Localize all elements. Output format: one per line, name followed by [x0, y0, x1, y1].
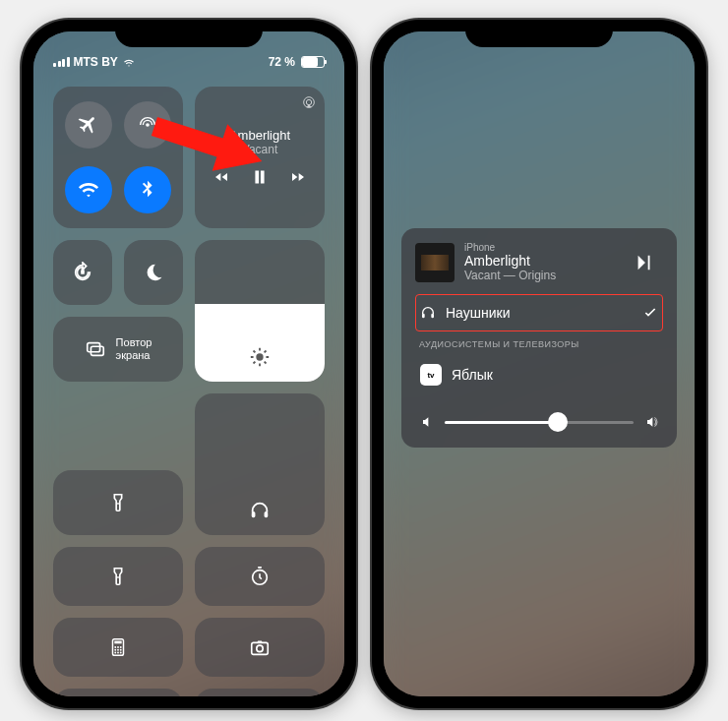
svg-point-14	[114, 646, 116, 648]
flashlight-icon	[107, 492, 129, 513]
output-device-label: Наушники	[446, 305, 510, 321]
volume-slider[interactable]	[445, 421, 634, 424]
volume-high-icon	[643, 414, 659, 430]
now-playing-row[interactable]: iPhone Amberlight Vacant — Origins	[415, 242, 663, 282]
volume-slider[interactable]	[195, 393, 325, 535]
airplay-icon[interactable]	[301, 94, 317, 110]
battery-percentage: 72 %	[269, 55, 295, 69]
svg-point-20	[114, 652, 116, 654]
checkmark-icon	[642, 305, 658, 321]
orientation-lock-icon	[72, 262, 93, 283]
album-art	[415, 243, 455, 282]
wifi-icon	[78, 179, 99, 201]
notch	[115, 20, 263, 47]
calculator-icon	[107, 636, 129, 658]
orientation-lock-button[interactable]	[53, 240, 112, 305]
wifi-icon	[122, 55, 136, 69]
battery-icon	[301, 56, 325, 68]
sun-icon	[249, 346, 271, 368]
svg-point-10	[117, 576, 119, 578]
airplay-audio-panel: iPhone Amberlight Vacant — Origins Наушн…	[401, 228, 677, 448]
np-subtitle: Vacant — Origins	[464, 269, 624, 282]
svg-rect-13	[114, 641, 121, 644]
svg-rect-33	[431, 314, 434, 319]
screen-mirror-label: Повтор экрана	[116, 336, 152, 362]
notch	[465, 20, 613, 47]
screen-record-button[interactable]	[195, 689, 325, 696]
phone-right: iPhone Amberlight Vacant — Origins Наушн…	[372, 20, 706, 708]
svg-point-16	[120, 646, 122, 648]
play-pause-button[interactable]	[634, 252, 663, 273]
camera-button[interactable]	[195, 618, 325, 677]
svg-rect-5	[87, 343, 99, 352]
svg-rect-3	[81, 270, 85, 274]
brightness-slider[interactable]	[195, 240, 325, 382]
do-not-disturb-button[interactable]	[124, 240, 183, 305]
volume-row	[415, 414, 663, 430]
moon-icon	[143, 262, 164, 283]
forward-icon[interactable]	[290, 169, 306, 185]
svg-point-9	[117, 503, 119, 505]
svg-point-0	[146, 123, 150, 127]
np-title: Amberlight	[464, 253, 624, 269]
calculator-button[interactable]	[53, 618, 183, 677]
svg-point-22	[120, 652, 122, 654]
screen: iPhone Amberlight Vacant — Origins Наушн…	[384, 31, 695, 696]
svg-point-17	[114, 649, 116, 651]
svg-rect-23	[252, 642, 269, 654]
headphones-icon	[420, 305, 436, 321]
svg-rect-7	[252, 511, 256, 517]
svg-point-4	[256, 353, 263, 360]
screen-mirror-icon	[85, 338, 106, 360]
phone-left: MTS BY 72 %	[22, 20, 356, 708]
output-device-label: Яблык	[452, 367, 493, 383]
svg-point-15	[117, 646, 119, 648]
flashlight-button[interactable]	[53, 470, 183, 535]
svg-point-2	[306, 99, 311, 104]
flashlight-icon	[107, 566, 129, 587]
flashlight-button-2[interactable]	[53, 547, 183, 606]
volume-low-icon	[419, 414, 435, 430]
carrier-label: MTS BY	[74, 55, 118, 69]
timer-button[interactable]	[195, 547, 325, 606]
camera-icon	[249, 636, 271, 658]
svg-point-24	[257, 645, 263, 651]
wifi-button[interactable]	[65, 166, 112, 213]
play-pause-icon	[634, 252, 655, 273]
cellular-signal-icon	[53, 57, 70, 67]
headphones-icon	[249, 500, 271, 521]
source-device-label: iPhone	[464, 242, 624, 253]
svg-rect-8	[265, 511, 269, 517]
screen-mirroring-button[interactable]: Повтор экрана	[53, 317, 183, 382]
output-device-headphones[interactable]: Наушники	[415, 294, 663, 331]
appletv-icon: tv	[420, 364, 442, 386]
screen: MTS BY 72 %	[33, 31, 344, 696]
svg-rect-6	[91, 346, 103, 355]
output-device-appletv[interactable]: tv Яблык	[415, 353, 663, 396]
red-arrow-annotation	[152, 115, 270, 184]
volume-thumb[interactable]	[548, 412, 568, 432]
svg-point-18	[117, 649, 119, 651]
timer-icon	[249, 566, 271, 587]
svg-rect-32	[422, 314, 425, 319]
svg-point-21	[117, 652, 119, 654]
airplane-icon	[78, 114, 99, 136]
alarm-button[interactable]	[53, 689, 183, 696]
svg-point-19	[120, 649, 122, 651]
section-label: АУДИОСИСТЕМЫ И ТЕЛЕВИЗОРЫ	[415, 331, 663, 353]
airplane-mode-button[interactable]	[65, 101, 112, 149]
